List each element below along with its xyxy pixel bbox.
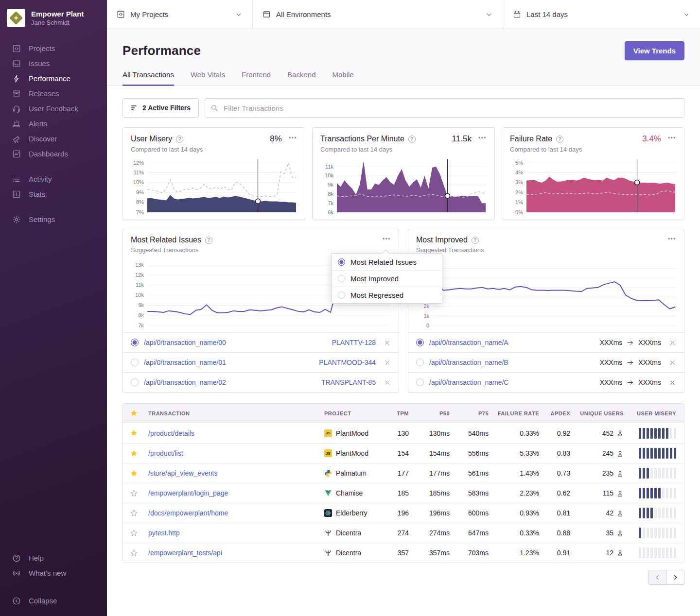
column-header[interactable]: USER MISERY: [631, 411, 684, 416]
issue-tag-link[interactable]: PLANTMOOD-344: [319, 359, 376, 366]
issue-tag-link[interactable]: PLANTTV-128: [332, 339, 376, 346]
radio-button[interactable]: [131, 339, 139, 346]
sidebar-item-issues[interactable]: Issues: [0, 56, 107, 71]
question-mark-icon[interactable]: ?: [556, 136, 563, 143]
close-icon[interactable]: [669, 379, 676, 386]
transaction-link[interactable]: pytest.http: [148, 529, 180, 537]
ellipsis-menu-button[interactable]: [289, 135, 297, 143]
star-outline-icon[interactable]: [130, 549, 138, 557]
sidebar-item-alerts[interactable]: Alerts: [0, 116, 107, 131]
star-filled-icon[interactable]: [130, 429, 138, 437]
unique-users-value: 235: [602, 469, 613, 477]
star-outline-icon[interactable]: [130, 509, 138, 517]
question-mark-icon[interactable]: ?: [205, 237, 212, 244]
close-icon[interactable]: [384, 339, 391, 346]
radio-button[interactable]: [131, 378, 139, 386]
user-misery-chart[interactable]: 12%11%10%9%8%7%: [131, 157, 297, 215]
transactions-per-minute-chart[interactable]: 11k10k9k8k7k6k: [320, 157, 487, 215]
transaction-link[interactable]: /api/0/transaction_name/C: [429, 378, 508, 386]
column-header[interactable]: APDEX: [547, 411, 578, 416]
apdex-value: 0.73: [547, 469, 578, 477]
question-mark-icon[interactable]: ?: [408, 136, 416, 143]
sidebar-item-settings[interactable]: Settings: [0, 212, 107, 227]
transaction-search-input[interactable]: [205, 98, 684, 118]
transaction-link[interactable]: /api/0/transaction_name/B: [429, 359, 508, 366]
failure-rate-value: 0.33%: [496, 529, 547, 537]
tpm-value: 130: [386, 429, 417, 437]
sidebar-collapse-button[interactable]: Collapse: [0, 593, 107, 608]
close-icon[interactable]: [669, 339, 676, 346]
sidebar-item-releases[interactable]: Releases: [0, 86, 107, 101]
column-header[interactable]: P75: [457, 411, 496, 416]
sidebar-item-what-s-new[interactable]: What’s new: [0, 565, 107, 581]
ellipsis-menu-button[interactable]: [668, 135, 676, 143]
pagination-next-button[interactable]: [666, 570, 684, 585]
tab-web-vitals[interactable]: Web Vitals: [191, 70, 225, 86]
most-improved-chart[interactable]: 6k5k4k3k2k1k0: [416, 257, 676, 328]
sidebar-item-activity[interactable]: Activity: [0, 171, 107, 187]
question-mark-icon[interactable]: ?: [472, 237, 479, 244]
close-icon[interactable]: [669, 359, 676, 366]
transaction-link[interactable]: /api/0/transaction_name/00: [144, 339, 226, 346]
sidebar-item-user-feedback[interactable]: User Feedback: [0, 101, 107, 116]
tab-frontend[interactable]: Frontend: [242, 70, 271, 86]
star-outline-icon[interactable]: [130, 529, 138, 537]
filter-my-projects[interactable]: My Projects: [107, 0, 253, 29]
view-trends-button[interactable]: View Trends: [625, 41, 684, 60]
column-header[interactable]: TPM: [386, 411, 417, 416]
column-header[interactable]: PROJECT: [324, 411, 386, 416]
issue-tag-link[interactable]: TRANSPLANT-85: [321, 378, 376, 386]
failure-rate-chart[interactable]: 5%4%3%2%1%0%: [510, 157, 676, 215]
menu-item-most-improved[interactable]: Most Improved: [332, 270, 442, 287]
transaction-link[interactable]: /store/api_view_events: [148, 469, 217, 477]
transaction-link[interactable]: /api/0/transaction_name/A: [429, 339, 508, 346]
sidebar-item-help[interactable]: Help: [0, 550, 107, 565]
ellipsis-menu-button[interactable]: [478, 135, 487, 143]
unique-users-cell: 115: [578, 489, 631, 497]
transaction-link[interactable]: /empowerplant_tests/api: [148, 549, 222, 557]
column-header[interactable]: TRANSACTION: [144, 411, 324, 416]
transaction-link[interactable]: /docs/empowerplant/home: [148, 509, 228, 517]
star-filled-icon[interactable]: [130, 469, 138, 478]
ellipsis-menu-button[interactable]: [668, 236, 676, 244]
sidebar-item-dashboards[interactable]: Dashboards: [0, 146, 107, 161]
transaction-link[interactable]: /product/details: [148, 429, 194, 437]
tab-backend[interactable]: Backend: [287, 70, 315, 86]
star-filled-icon[interactable]: [130, 449, 138, 458]
radio-button[interactable]: [416, 359, 424, 366]
card-subtitle: Suggested Transactions: [416, 246, 676, 254]
active-filters-button[interactable]: 2 Active Filters: [122, 98, 199, 118]
column-header[interactable]: UNIQUE USERS: [578, 411, 631, 416]
close-icon[interactable]: [384, 379, 391, 386]
sidebar-item-discover[interactable]: Discover: [0, 131, 107, 146]
sidebar-item-stats[interactable]: Stats: [0, 187, 107, 202]
radio-button[interactable]: [131, 359, 139, 366]
menu-item-most-related-issues[interactable]: Most Related Issues: [332, 254, 442, 270]
menu-item-most-regressed[interactable]: Most Regressed: [332, 287, 442, 303]
sidebar-item-projects[interactable]: Projects: [0, 41, 107, 56]
pagination-prev-button[interactable]: [648, 570, 666, 585]
project-cell: Dicentra: [324, 549, 386, 557]
tpm-value: 154: [386, 449, 417, 457]
question-mark-icon[interactable]: ?: [176, 136, 183, 143]
transaction-link[interactable]: /api/0/transaction_name/01: [144, 359, 226, 366]
transaction-link[interactable]: /empowerplant/login_page: [148, 489, 228, 497]
radio-button[interactable]: [416, 339, 424, 346]
p75-value: 600ms: [457, 509, 496, 517]
org-switcher[interactable]: Empower Plant Jane Schmidt: [0, 0, 107, 27]
tab-all-transactions[interactable]: All Transactions: [122, 70, 174, 86]
close-icon[interactable]: [384, 359, 391, 366]
filter-all-environments[interactable]: All Environments: [253, 0, 503, 29]
filter-last-14-days[interactable]: Last 14 days: [503, 0, 700, 29]
transaction-link[interactable]: /product/list: [148, 449, 183, 457]
org-logo: [7, 9, 25, 27]
star-outline-icon[interactable]: [130, 489, 138, 497]
tab-mobile[interactable]: Mobile: [332, 70, 353, 86]
star-icon[interactable]: [130, 409, 138, 417]
ellipsis-menu-button[interactable]: [383, 236, 391, 244]
sidebar-item-performance[interactable]: Performance: [0, 71, 107, 86]
transaction-link[interactable]: /api/0/transaction_name/02: [144, 378, 226, 386]
radio-button[interactable]: [416, 378, 424, 386]
column-header[interactable]: P50: [417, 411, 457, 416]
column-header[interactable]: FAILURE RATE: [496, 411, 547, 416]
